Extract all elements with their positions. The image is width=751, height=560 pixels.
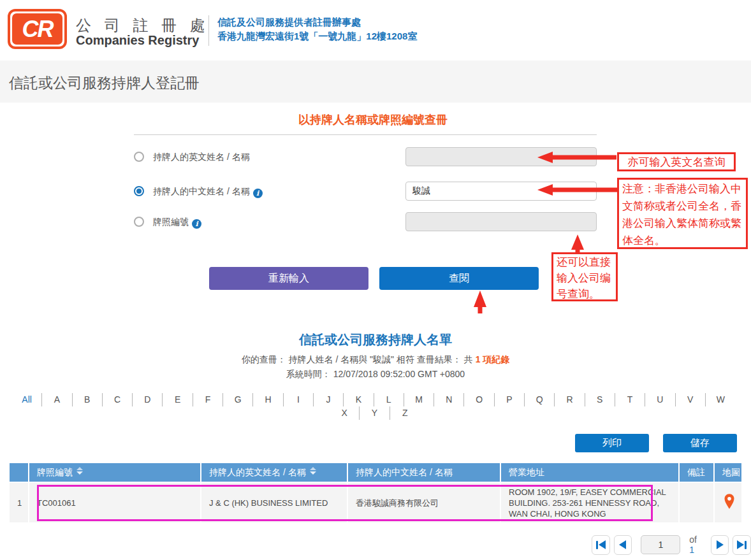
map-pin-icon[interactable] [723,493,736,510]
next-page-button[interactable] [711,535,729,555]
alphabet-filter-d[interactable]: D [133,393,163,406]
brand-name-english: Companies Registry [76,33,199,48]
first-page-icon [596,541,598,549]
search-heading: 以持牌人名稱或牌照編號查冊 [134,112,612,127]
radio-licence-no[interactable] [134,217,144,227]
annotation-box-licence: 还可以直接输入公司编号查询。 [551,252,618,301]
alphabet-filter-z[interactable]: Z [390,406,420,420]
column-header-0 [10,463,29,482]
page-count-label: of 1 [689,535,703,555]
column-header-2[interactable]: 持牌人的英文姓名 / 名稱 [201,463,347,482]
cr-logo-text: CR [22,16,53,43]
office-line2: 香港九龍灣宏遠街1號「一號九龍」12樓1208室 [217,29,417,43]
alphabet-filter-j[interactable]: J [314,393,344,406]
alphabet-filter-u[interactable]: U [645,393,675,406]
alphabet-filter-v[interactable]: V [676,393,706,406]
alphabet-filter-all[interactable]: All [12,393,42,406]
page-title-band: 信託或公司服務持牌人登記冊 [0,61,751,103]
label-licence-no: 牌照編號i [153,212,201,231]
alphabet-filter-g[interactable]: G [223,393,253,406]
info-icon[interactable]: i [192,219,201,229]
search-button[interactable]: 查閱 [379,267,539,290]
annotation-arrow-search-button [474,291,486,313]
alphabet-filter-s[interactable]: S [585,393,615,406]
total-pages: 1 [689,545,694,555]
alphabet-filter-x[interactable]: X [330,406,360,420]
previous-page-button[interactable] [614,535,632,555]
page-title: 信託或公司服務持牌人登記冊 [9,73,200,93]
search-divider [134,134,597,135]
alphabet-filter-i[interactable]: I [284,393,314,406]
column-header-4: 營業地址 [500,463,679,482]
alphabet-filter-m[interactable]: M [404,393,434,406]
office-line1: 信託及公司服務提供者註冊辦事處 [217,15,417,29]
info-icon[interactable]: i [253,189,263,198]
cr-logo-inner: CR [12,13,62,45]
results-table: 牌照編號持牌人的英文姓名 / 名稱持牌人的中文姓名 / 名稱營業地址備註地圖 1… [10,463,741,522]
alphabet-filter-row2: XYZ [330,406,420,420]
table-row: 1TC001061J & C (HK) BUSINESS LIMITED香港駿誠… [10,482,741,522]
alphabet-filter-w[interactable]: W [706,393,736,406]
label-english-name: 持牌人的英文姓名 / 名稱 [153,147,250,166]
alphabet-filter-a[interactable]: A [42,393,72,406]
table-header-row: 牌照編號持牌人的英文姓名 / 名稱持牌人的中文姓名 / 名稱營業地址備註地圖 [10,463,741,482]
table-body: 1TC001061J & C (HK) BUSINESS LIMITED香港駿誠… [10,482,741,522]
annotation-box-english: 亦可输入英文名查询 [617,152,736,171]
save-button[interactable]: 儲存 [663,434,737,452]
alphabet-filter-y[interactable]: Y [360,406,390,420]
alphabet-filter-row1: AllABCDEFGHIJKLMNOPQRSTUVW [12,393,736,406]
alphabet-filter-o[interactable]: O [464,393,494,406]
alphabet-filter-k[interactable]: K [344,393,374,406]
results-title: 信託或公司服務持牌人名單 [0,331,751,348]
annotation-box-note: 注意：非香港公司输入中文简称或者公司全名，香港公司输入繁体简称或繁体全名。 [617,178,748,249]
address-cell: ROOM 1902, 19/F, EASEY COMMERCIAL BUILDI… [500,482,679,522]
last-page-icon [737,540,744,549]
column-header-5: 備註 [679,463,714,482]
next-page-icon [717,540,724,549]
licence-no-cell: TC001061 [29,482,201,522]
site-header: CR 公 司 註 冊 處 Companies Registry 信託及公司服務提… [0,0,751,61]
remarks-cell [679,482,714,522]
reset-button[interactable]: 重新輸入 [209,267,368,290]
alphabet-filter-c[interactable]: C [103,393,133,406]
input-licence-no[interactable] [405,212,597,231]
row-index: 1 [10,482,29,522]
cr-logo[interactable]: CR [8,9,67,49]
annotation-arrow-english-input [537,152,616,163]
sort-icon[interactable] [77,467,83,475]
name-zh-cell: 香港駿誠商務有限公司 [347,482,500,522]
alphabet-filter-e[interactable]: E [163,393,193,406]
column-header-3: 持牌人的中文姓名 / 名稱 [347,463,500,482]
print-button[interactable]: 列印 [575,434,649,452]
column-header-1[interactable]: 牌照編號 [29,463,201,482]
sort-icon[interactable] [310,467,316,475]
alphabet-filter-r[interactable]: R [555,393,585,406]
last-page-button[interactable] [733,535,751,555]
alphabet-filter-q[interactable]: Q [525,393,555,406]
annotation-arrow-chinese-input [537,184,620,196]
alphabet-filter-b[interactable]: B [73,393,103,406]
query-summary: 你的查冊： 持牌人姓名 / 名稱與 "駿誠" 相符 查冊結果： 共 1 項紀錄 [0,354,751,366]
alphabet-filter-n[interactable]: N [434,393,464,406]
query-text: 你的查冊： 持牌人姓名 / 名稱與 "駿誠" 相符 查冊結果： 共 [242,354,476,364]
query-count: 1 項紀錄 [476,354,510,364]
name-en-cell: J & C (HK) BUSINESS LIMITED [201,482,347,522]
pagination: of 1 [592,535,751,555]
page: CR 公 司 註 冊 處 Companies Registry 信託及公司服務提… [0,0,751,560]
radio-chinese-name[interactable] [134,186,144,196]
alphabet-filter-l[interactable]: L [374,393,404,406]
column-header-6: 地圖 [714,463,741,482]
first-page-button[interactable] [592,535,610,555]
label-chinese-name: 持牌人的中文姓名 / 名稱i [153,182,263,201]
previous-page-icon [619,540,626,549]
alphabet-filter-t[interactable]: T [615,393,645,406]
alphabet-filter-f[interactable]: F [193,393,223,406]
alphabet-filter-p[interactable]: P [495,393,525,406]
page-number-input[interactable] [641,535,680,554]
office-address: 信託及公司服務提供者註冊辦事處 香港九龍灣宏遠街1號「一號九龍」12樓1208室 [217,15,417,43]
alphabet-filter-h[interactable]: H [253,393,283,406]
radio-english-name[interactable] [134,152,144,162]
map-cell [714,482,741,522]
system-time: 系統時間： 12/07/2018 09:52:00 GMT +0800 [0,369,751,380]
header-divider [208,15,209,46]
